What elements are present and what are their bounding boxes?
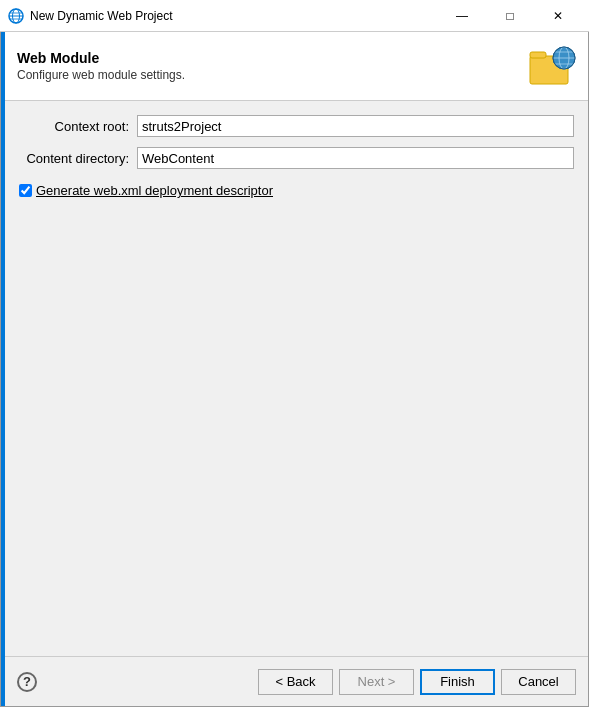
window-title: New Dynamic Web Project: [30, 9, 439, 23]
close-button[interactable]: ✕: [535, 2, 581, 30]
next-button[interactable]: Next >: [339, 669, 414, 695]
context-root-input[interactable]: [137, 115, 574, 137]
footer-left: ?: [17, 672, 252, 692]
finish-button[interactable]: Finish: [420, 669, 495, 695]
header-subtitle: Configure web module settings.: [17, 68, 185, 82]
window-controls: — □ ✕: [439, 2, 581, 30]
dialog-body: Context root: Content directory: Generat…: [5, 101, 588, 656]
web-module-icon: [528, 42, 576, 90]
dialog-footer: ? < Back Next > Finish Cancel: [5, 656, 588, 706]
cancel-button[interactable]: Cancel: [501, 669, 576, 695]
context-root-row: Context root:: [19, 115, 574, 137]
content-directory-input[interactable]: [137, 147, 574, 169]
generate-xml-checkbox[interactable]: [19, 184, 32, 197]
content-directory-row: Content directory:: [19, 147, 574, 169]
generate-xml-label[interactable]: Generate web.xml deployment descriptor: [36, 183, 273, 198]
help-button[interactable]: ?: [17, 672, 37, 692]
svg-rect-6: [530, 52, 546, 58]
content-directory-label: Content directory:: [19, 151, 129, 166]
back-button[interactable]: < Back: [258, 669, 333, 695]
maximize-button[interactable]: □: [487, 2, 533, 30]
minimize-button[interactable]: —: [439, 2, 485, 30]
checkbox-row: Generate web.xml deployment descriptor: [19, 183, 574, 198]
header-title: Web Module: [17, 50, 185, 66]
header-text: Web Module Configure web module settings…: [17, 50, 185, 82]
context-root-label: Context root:: [19, 119, 129, 134]
title-bar: New Dynamic Web Project — □ ✕: [0, 0, 589, 32]
dialog-header: Web Module Configure web module settings…: [5, 32, 588, 101]
window-icon: [8, 8, 24, 24]
